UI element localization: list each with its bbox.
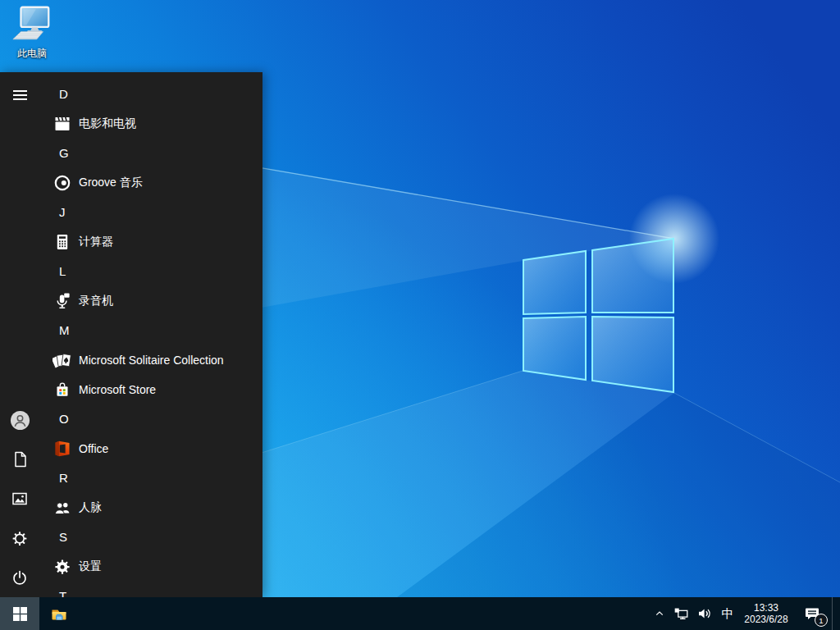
desktop-icon-this-pc[interactable]: 此电脑	[5, 6, 59, 61]
section-letter-g[interactable]: G	[39, 139, 262, 168]
file-explorer-button[interactable]	[39, 597, 79, 630]
file-explorer-icon	[49, 604, 69, 623]
app-item-solitaire[interactable]: Microsoft Solitaire Collection	[39, 345, 262, 375]
start-menu-rail	[0, 72, 39, 597]
hidden-icons-button[interactable]	[650, 597, 669, 630]
section-letter-d[interactable]: D	[39, 80, 262, 109]
power-icon	[10, 568, 30, 587]
app-label: Office	[79, 442, 108, 455]
app-item-settings[interactable]: 设置	[39, 552, 262, 582]
show-desktop-button[interactable]	[832, 597, 837, 630]
section-letter-m[interactable]: M	[39, 316, 262, 345]
start-button[interactable]	[0, 597, 39, 630]
desktop-screen: 此电脑	[0, 0, 840, 630]
store-icon	[52, 380, 72, 399]
app-item-people[interactable]: 人脉	[39, 493, 262, 523]
section-letter-o[interactable]: O	[39, 404, 262, 434]
section-letter-s[interactable]: S	[39, 523, 262, 552]
app-label: 电影和电视	[79, 116, 136, 131]
volume-button[interactable]	[692, 597, 717, 630]
app-item-microsoft-store[interactable]: Microsoft Store	[39, 375, 262, 404]
user-avatar-icon	[10, 410, 30, 431]
pictures-button[interactable]	[0, 479, 39, 518]
movies-tv-icon	[52, 114, 72, 134]
notification-badge: 1	[815, 614, 828, 627]
app-label: Microsoft Solitaire Collection	[79, 354, 224, 367]
settings-icon	[52, 557, 72, 577]
app-label: Microsoft Store	[79, 383, 156, 396]
pictures-icon	[10, 489, 30, 509]
ime-indicator[interactable]: 中	[717, 597, 738, 630]
section-letter-r[interactable]: R	[39, 463, 262, 493]
app-label: 计算器	[79, 235, 113, 249]
people-icon	[52, 498, 72, 518]
action-center-button[interactable]: 1	[794, 597, 830, 630]
documents-icon	[10, 450, 30, 469]
hamburger-menu-icon	[13, 88, 27, 103]
app-item-office[interactable]: Office	[39, 434, 262, 463]
app-label: 录音机	[79, 294, 113, 308]
network-button[interactable]	[669, 597, 692, 630]
network-icon	[672, 605, 690, 623]
windows-logo-icon	[13, 607, 27, 621]
settings-rail-button[interactable]	[0, 518, 39, 558]
tray-date: 2023/6/28	[744, 614, 788, 625]
solitaire-icon	[52, 350, 72, 370]
app-item-movies-tv[interactable]: 电影和电视	[39, 109, 262, 139]
start-menu: D 电影和电视 G	[0, 72, 262, 597]
section-letter-l[interactable]: L	[39, 257, 262, 286]
calculator-icon	[52, 232, 72, 252]
voice-recorder-icon	[52, 291, 72, 311]
desktop-icon-label: 此电脑	[5, 47, 59, 61]
settings-gear-icon	[10, 528, 30, 548]
app-label: 设置	[79, 559, 102, 574]
section-letter-j[interactable]: J	[39, 198, 262, 227]
user-account-button[interactable]	[0, 400, 39, 440]
chevron-up-icon	[651, 605, 668, 622]
computer-icon	[10, 6, 54, 43]
app-label: 人脉	[79, 500, 102, 515]
office-icon	[52, 439, 72, 459]
app-item-calculator[interactable]: 计算器	[39, 227, 262, 257]
documents-button[interactable]	[0, 440, 39, 479]
section-letter-t[interactable]: T	[39, 582, 262, 597]
volume-icon	[696, 605, 714, 623]
taskbar: 中 13:33 2023/6/28 1	[0, 597, 840, 630]
app-item-voice-recorder[interactable]: 录音机	[39, 286, 262, 316]
expand-menu-button[interactable]	[0, 75, 39, 115]
groove-music-icon	[52, 173, 72, 193]
system-tray: 中 13:33 2023/6/28 1	[650, 597, 837, 630]
app-list: D 电影和电视 G	[39, 80, 262, 597]
power-button[interactable]	[0, 558, 39, 597]
app-label: Groove 音乐	[79, 176, 143, 190]
app-item-groove-music[interactable]: Groove 音乐	[39, 168, 262, 198]
tray-time: 13:33	[754, 602, 778, 614]
clock-button[interactable]: 13:33 2023/6/28	[738, 597, 794, 630]
